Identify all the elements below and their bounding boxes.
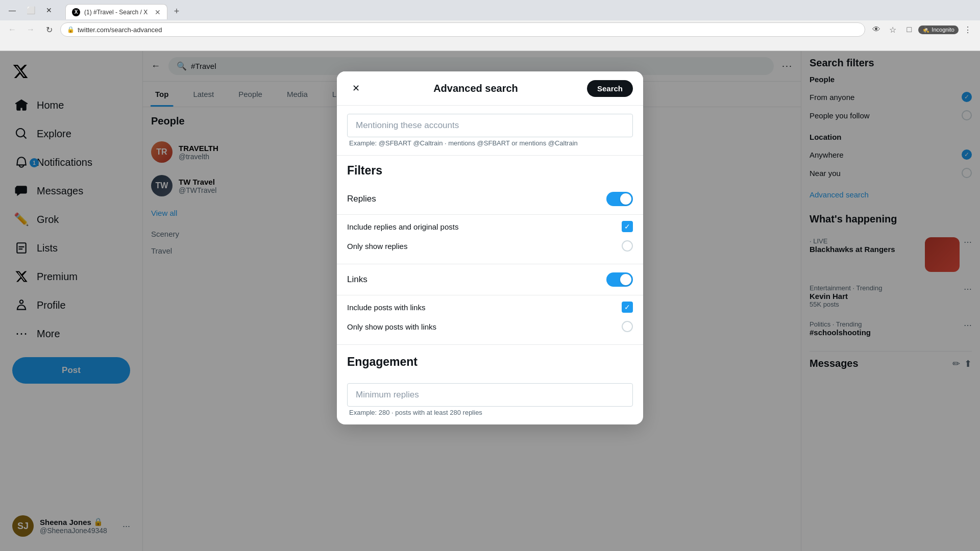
incognito-icon: 🕵 [922, 27, 929, 33]
new-tab-button[interactable]: + [169, 4, 184, 18]
close-window-button[interactable]: ✕ [42, 3, 56, 17]
browser-chrome: — ⬜ ✕ X (1) #Travel - Search / X ✕ + ← →… [0, 0, 980, 51]
include-replies-label: Include replies and original posts [347, 222, 458, 231]
forward-button[interactable]: → [23, 22, 38, 37]
lock-icon: 🔒 [67, 26, 75, 33]
divider-2 [337, 264, 643, 264]
address-bar[interactable]: 🔒 twitter.com/search-advanced [60, 22, 865, 37]
maximize-button[interactable]: ⬜ [23, 3, 38, 17]
replies-toggle[interactable] [606, 192, 633, 206]
extensions-button[interactable]: □ [902, 22, 916, 37]
minimize-button[interactable]: — [5, 3, 19, 17]
only-links-checkbox[interactable] [622, 321, 633, 332]
include-links-label: Include posts with links [347, 303, 425, 312]
only-links-row[interactable]: Only show posts with links [347, 317, 633, 336]
only-replies-label: Only show replies [347, 242, 407, 251]
only-links-label: Only show posts with links [347, 322, 436, 331]
tab-title: (1) #Travel - Search / X [84, 9, 151, 16]
filters-section-title: Filters [337, 156, 643, 186]
divider-4 [337, 344, 643, 345]
tab-close-button[interactable]: ✕ [155, 8, 161, 16]
incognito-badge: 🕵 Incognito [918, 26, 959, 34]
replies-sub-options: Include replies and original posts ✓ Onl… [337, 217, 643, 262]
replies-label: Replies [347, 194, 376, 204]
mentioning-group: Example: @SFBART @Caltrain · mentions @S… [337, 106, 643, 156]
links-label: Links [347, 274, 368, 285]
refresh-button[interactable]: ↻ [42, 22, 56, 37]
include-replies-row[interactable]: Include replies and original posts ✓ [347, 217, 633, 236]
browser-actions: 👁 ☆ □ 🕵 Incognito ⋮ [869, 22, 975, 37]
modal-title: Advanced search [433, 83, 518, 94]
links-toggle-knob [620, 274, 631, 285]
menu-button[interactable]: ⋮ [961, 22, 975, 37]
window-controls: — ⬜ ✕ [5, 3, 56, 17]
include-links-row[interactable]: Include posts with links ✓ [347, 297, 633, 317]
modal-header: ✕ Advanced search Search [337, 71, 643, 106]
back-button[interactable]: ← [5, 22, 19, 37]
star-button[interactable]: ☆ [886, 22, 900, 37]
include-replies-checkbox[interactable]: ✓ [622, 221, 633, 232]
divider-1 [337, 214, 643, 215]
modal-body: Example: @SFBART @Caltrain · mentions @S… [337, 106, 643, 424]
eye-off-button[interactable]: 👁 [869, 22, 884, 37]
tab-bar: X (1) #Travel - Search / X ✕ + [60, 1, 975, 19]
incognito-label: Incognito [932, 27, 954, 33]
include-links-checkbox[interactable]: ✓ [622, 302, 633, 313]
browser-titlebar: — ⬜ ✕ X (1) #Travel - Search / X ✕ + [0, 0, 980, 20]
links-toggle[interactable] [606, 272, 633, 287]
engagement-section-title: Engagement [337, 347, 643, 377]
links-sub-options: Include posts with links ✓ Only show pos… [337, 297, 643, 342]
modal-search-button[interactable]: Search [587, 80, 633, 97]
only-replies-checkbox[interactable] [622, 240, 633, 252]
divider-3 [337, 295, 643, 295]
mentioning-input[interactable] [347, 114, 633, 137]
active-tab[interactable]: X (1) #Travel - Search / X ✕ [65, 4, 167, 19]
engagement-section: Example: 280 · posts with at least 280 r… [337, 377, 643, 424]
address-bar-row: ← → ↻ 🔒 twitter.com/search-advanced 👁 ☆ … [0, 20, 980, 39]
mentioning-hint: Example: @SFBART @Caltrain · mentions @S… [347, 139, 633, 147]
engagement-hint: Example: 280 · posts with at least 280 r… [347, 409, 633, 416]
advanced-search-modal: ✕ Advanced search Search Example: @SFBAR… [337, 71, 643, 424]
min-replies-input[interactable] [347, 383, 633, 407]
modal-overlay: ✕ Advanced search Search Example: @SFBAR… [0, 51, 980, 551]
modal-close-button[interactable]: ✕ [347, 80, 364, 97]
replies-filter-row: Replies [337, 186, 643, 212]
replies-toggle-knob [620, 193, 631, 205]
tab-favicon: X [72, 8, 80, 16]
only-replies-row[interactable]: Only show replies [347, 236, 633, 256]
links-filter-row: Links [337, 266, 643, 293]
url-text: twitter.com/search-advanced [78, 26, 162, 34]
